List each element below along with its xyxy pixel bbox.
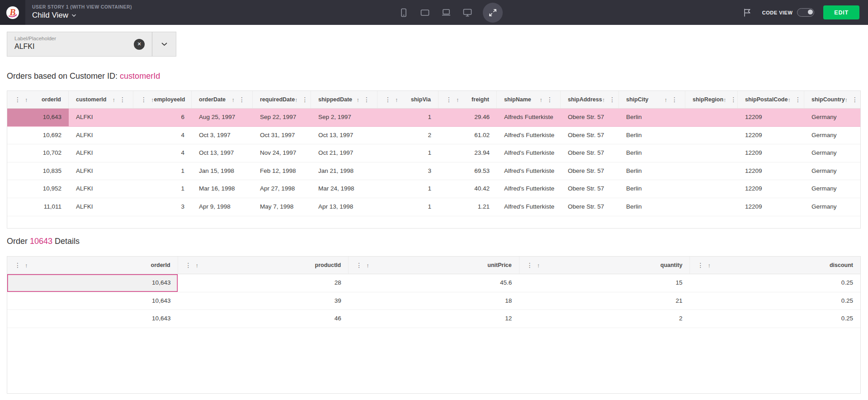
sort-up-icon[interactable]: ↑ (25, 97, 28, 103)
preview-tablet-button[interactable] (419, 7, 431, 19)
cell-customerId[interactable]: ALFKI (69, 180, 133, 198)
column-header-orderId[interactable]: ⋮↑orderId (7, 257, 178, 274)
column-header-customerId[interactable]: customerId↑⋮ (69, 91, 133, 108)
column-header-quantity[interactable]: ⋮↑quantity (519, 257, 690, 274)
column-menu-icon[interactable]: ⋮ (14, 262, 21, 268)
column-header-requiredDate[interactable]: requiredDate↑⋮ (253, 91, 311, 108)
cell-discount[interactable]: 0.25 (690, 310, 860, 328)
cell-employeeId[interactable]: 4 (133, 144, 192, 162)
cell-orderDate[interactable]: Apr 9, 1998 (192, 198, 253, 216)
cell-shipRegion[interactable] (685, 144, 738, 162)
cell-requiredDate[interactable]: Oct 31, 1997 (253, 127, 311, 144)
sort-up-icon[interactable]: ↑ (25, 262, 28, 268)
column-header-orderId[interactable]: ⋮↑orderId (7, 91, 69, 108)
cell-shipCity[interactable]: Berlin (619, 127, 685, 144)
preview-desktop-button[interactable] (462, 7, 473, 19)
cell-shipCountry[interactable]: Germany (804, 162, 861, 180)
cell-shipCountry[interactable]: Germany (804, 180, 861, 198)
cell-employeeId[interactable]: 4 (133, 127, 192, 144)
cell-shipName[interactable]: Alfred's Futterkiste (497, 180, 561, 198)
cell-orderId[interactable]: 10,643 (7, 109, 69, 126)
column-header-unitPrice[interactable]: ⋮↑unitPrice (349, 257, 519, 274)
cell-orderDate[interactable]: Mar 16, 1998 (192, 180, 253, 198)
cell-shippedDate[interactable]: Sep 2, 1997 (311, 109, 377, 126)
cell-orderDate[interactable]: Oct 3, 1997 (192, 127, 253, 144)
table-row[interactable]: 10,835ALFKI1Jan 15, 1998Feb 12, 1998Jan … (7, 162, 860, 181)
cell-employeeId[interactable]: 1 (133, 162, 192, 180)
cell-orderId[interactable]: 10,702 (7, 144, 69, 162)
cell-shipAddress[interactable]: Obere Str. 57 (561, 162, 619, 180)
cell-shipCity[interactable]: Berlin (619, 180, 685, 198)
cell-shipName[interactable]: Alfreds Futterkiste (497, 109, 561, 126)
cell-orderDate[interactable]: Aug 25, 1997 (192, 109, 253, 126)
column-menu-icon[interactable]: ⋮ (14, 96, 21, 103)
column-menu-icon[interactable]: ⋮ (446, 96, 452, 103)
cell-shipRegion[interactable] (685, 109, 738, 126)
column-menu-icon[interactable]: ⋮ (547, 96, 553, 103)
cell-shipRegion[interactable] (685, 127, 738, 144)
cell-shipVia[interactable]: 1 (377, 198, 439, 216)
cell-shippedDate[interactable]: Mar 24, 1998 (311, 180, 377, 198)
app-logo[interactable]: B (0, 0, 25, 25)
column-menu-icon[interactable]: ⋮ (852, 96, 858, 103)
cell-orderDate[interactable]: Jan 15, 1998 (192, 162, 253, 180)
cell-shippedDate[interactable]: Apr 13, 1998 (311, 198, 377, 216)
cell-shipCity[interactable]: Berlin (619, 162, 685, 180)
page-switcher[interactable]: Child View (32, 11, 132, 20)
clear-selection-button[interactable]: ✕ (134, 39, 145, 50)
column-header-shipVia[interactable]: ⋮↑shipVia (377, 91, 439, 108)
sort-up-icon[interactable]: ↑ (366, 262, 369, 268)
sort-up-icon[interactable]: ↑ (788, 97, 791, 103)
cell-shipAddress[interactable]: Obere Str. 57 (561, 198, 619, 216)
cell-orderDate[interactable]: Oct 13, 1997 (192, 144, 253, 162)
cell-quantity[interactable]: 21 (519, 292, 689, 310)
cell-shipPostalCode[interactable]: 12209 (738, 109, 804, 126)
sort-up-icon[interactable]: ↑ (113, 97, 116, 103)
cell-shippedDate[interactable]: Oct 13, 1997 (311, 127, 377, 144)
cell-shipAddress[interactable]: Obere Str. 57 (561, 109, 619, 126)
sort-up-icon[interactable]: ↑ (456, 97, 459, 103)
cell-shipCity[interactable]: Berlin (619, 144, 685, 162)
cell-quantity[interactable]: 15 (519, 274, 689, 292)
table-row[interactable]: 10,952ALFKI1Mar 16, 1998Apr 27, 1998Mar … (7, 180, 860, 198)
column-header-shippedDate[interactable]: shippedDate↑⋮ (311, 91, 377, 108)
sort-up-icon[interactable]: ↑ (196, 262, 199, 268)
column-header-shipCountry[interactable]: shipCountry↑⋮ (804, 91, 861, 108)
cell-customerId[interactable]: ALFKI (69, 198, 133, 216)
cell-orderId[interactable]: 11,011 (7, 198, 69, 216)
table-row[interactable]: 11,011ALFKI3Apr 9, 1998May 7, 1998Apr 13… (7, 198, 860, 216)
column-header-orderDate[interactable]: orderDate↑⋮ (192, 91, 253, 108)
table-row[interactable]: 10,643ALFKI6Aug 25, 1997Sep 22, 1997Sep … (7, 109, 860, 127)
cell-freight[interactable]: 29.46 (439, 109, 497, 126)
cell-quantity[interactable]: 2 (519, 310, 689, 328)
column-header-shipCity[interactable]: shipCity↑⋮ (619, 91, 685, 108)
table-row[interactable]: 10,692ALFKI4Oct 3, 1997Oct 31, 1997Oct 1… (7, 127, 860, 145)
cell-orderId[interactable]: 10,643 (7, 310, 178, 328)
column-menu-icon[interactable]: ⋮ (527, 262, 533, 268)
cell-freight[interactable]: 23.94 (439, 144, 497, 162)
cell-requiredDate[interactable]: Nov 24, 1997 (253, 144, 311, 162)
cell-orderId[interactable]: 10,692 (7, 127, 69, 144)
cell-shipCountry[interactable]: Germany (804, 144, 861, 162)
customer-picker-input[interactable]: Label/Placeholder ALFKI (7, 32, 134, 56)
cell-shipVia[interactable]: 1 (377, 109, 439, 126)
cell-freight[interactable]: 69.53 (439, 162, 497, 180)
column-menu-icon[interactable]: ⋮ (302, 96, 308, 103)
column-menu-icon[interactable]: ⋮ (185, 262, 192, 268)
cell-employeeId[interactable]: 6 (133, 109, 192, 126)
column-header-discount[interactable]: ⋮↑discount (690, 257, 860, 274)
cell-shipCountry[interactable]: Germany (804, 127, 861, 144)
cell-unitPrice[interactable]: 45.6 (349, 274, 519, 292)
edit-button[interactable]: EDIT (823, 5, 859, 19)
column-menu-icon[interactable]: ⋮ (731, 96, 737, 103)
flag-button[interactable] (741, 7, 753, 19)
cell-productId[interactable]: 46 (178, 310, 348, 328)
preview-laptop-button[interactable] (440, 7, 452, 19)
cell-discount[interactable]: 0.25 (690, 274, 860, 292)
cell-shipCity[interactable]: Berlin (619, 198, 685, 216)
cell-orderId[interactable]: 10,835 (7, 162, 69, 180)
column-menu-icon[interactable]: ⋮ (671, 96, 678, 103)
column-menu-icon[interactable]: ⋮ (385, 96, 391, 103)
cell-shipName[interactable]: Alfred's Futterkiste (497, 162, 561, 180)
cell-shipAddress[interactable]: Obere Str. 57 (561, 127, 619, 144)
